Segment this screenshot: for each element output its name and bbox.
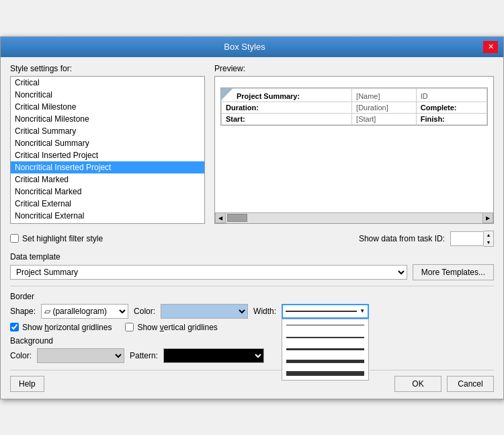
ok-cancel-group: OK Cancel: [394, 376, 494, 392]
shape-label: Shape:: [10, 307, 36, 316]
list-item[interactable]: Noncritical Marked: [11, 186, 204, 198]
preview-name-value: [Name]: [352, 88, 417, 102]
preview-id-label: ID: [416, 88, 487, 102]
scroll-right-btn[interactable]: ▶: [482, 212, 493, 223]
help-button[interactable]: Help: [10, 376, 44, 392]
width-label: Width:: [253, 307, 276, 316]
task-id-input[interactable]: [450, 231, 484, 246]
preview-project-summary-label: Project Summary:: [237, 92, 300, 100]
show-data-label: Show data from task ID:: [359, 234, 445, 243]
right-panel: Preview: Project Summary:: [214, 64, 494, 224]
spinner-down-btn[interactable]: ▼: [484, 239, 493, 246]
data-template-section: Data template Project Summary More Templ…: [10, 252, 494, 280]
list-item[interactable]: Critical Summary: [11, 125, 204, 137]
ok-button[interactable]: OK: [394, 376, 442, 392]
pattern-select[interactable]: [163, 348, 264, 363]
show-horizontal-row: Show horizontal gridlines: [10, 323, 112, 332]
preview-start-label: Start:: [222, 113, 352, 124]
data-template-row: Project Summary More Templates...: [10, 264, 494, 280]
scroll-thumb[interactable]: [227, 214, 247, 222]
box-styles-dialog: Box Styles ✕ Style settings for: Critica…: [0, 36, 504, 399]
dialog-body: Style settings for: Critical Noncritical…: [1, 57, 503, 399]
data-template-select[interactable]: Project Summary: [10, 265, 407, 280]
border-controls-row: Shape: ▱ (parallelogram) Color: Width: ▼: [10, 304, 494, 319]
width-option-4[interactable]: [282, 356, 368, 368]
background-section: Background Color: Pattern:: [10, 336, 494, 363]
list-item[interactable]: Noncritical Summary: [11, 137, 204, 149]
list-item[interactable]: Critical Inserted Project: [11, 149, 204, 161]
preview-start-value: [Start]: [352, 113, 417, 124]
left-panel: Style settings for: Critical Noncritical…: [10, 64, 205, 224]
highlight-filter-label: Set highlight filter style: [22, 234, 103, 243]
bg-color-label: Color:: [10, 351, 32, 360]
scroll-left-btn[interactable]: ◀: [215, 212, 226, 223]
style-list[interactable]: Critical Noncritical Critical Milestone …: [10, 76, 205, 224]
width-option-1[interactable]: [282, 319, 368, 331]
list-item[interactable]: Noncritical Milestone: [11, 113, 204, 125]
bg-color-select[interactable]: [37, 348, 124, 363]
show-vertical-label: Show vertical gridlines: [137, 323, 217, 332]
background-label: Background: [10, 336, 494, 346]
shape-select[interactable]: ▱ (parallelogram): [41, 304, 128, 319]
list-item[interactable]: Noncritical External: [11, 210, 204, 222]
data-template-label: Data template: [10, 252, 494, 262]
color-label: Color:: [134, 307, 155, 316]
highlight-filter-row: Set highlight filter style: [10, 234, 103, 243]
list-item[interactable]: Critical Marked: [11, 173, 204, 186]
border-section: Border Shape: ▱ (parallelogram) Color: W…: [10, 292, 494, 332]
width-line-thick: [286, 371, 364, 376]
show-horizontal-label: Show horizontal gridlines: [22, 323, 112, 332]
width-dropdown-btn[interactable]: ▼: [282, 304, 369, 319]
preview-label: Preview:: [214, 64, 494, 73]
list-item[interactable]: Noncritical: [11, 89, 204, 101]
separator-2: [10, 370, 494, 370]
highlight-filter-checkbox[interactable]: [10, 234, 19, 243]
list-item[interactable]: Critical Milestone: [11, 101, 204, 113]
width-line-medium: [286, 348, 364, 350]
filter-task-row: Set highlight filter style Show data fro…: [10, 231, 494, 247]
width-option-5[interactable]: [282, 368, 368, 380]
show-vertical-checkbox[interactable]: [125, 323, 134, 331]
show-vertical-row: Show vertical gridlines: [125, 323, 217, 332]
separator-1: [10, 286, 494, 286]
color-select[interactable]: [161, 304, 248, 319]
list-item-selected[interactable]: Noncritical Inserted Project: [11, 161, 204, 173]
dialog-title: Box Styles: [6, 42, 483, 52]
preview-finish-label: Finish:: [416, 113, 487, 124]
preview-scrollbar[interactable]: ◀ ▶: [215, 212, 493, 223]
width-option-2[interactable]: [282, 331, 368, 344]
cancel-button[interactable]: Cancel: [447, 376, 494, 392]
width-dropdown-container: ▼: [282, 304, 369, 319]
border-label: Border: [10, 292, 494, 301]
spinner-up-btn[interactable]: ▲: [484, 231, 493, 239]
preview-duration-label: Duration:: [222, 102, 352, 113]
width-line-medium-thick: [286, 360, 364, 363]
pattern-label: Pattern:: [130, 351, 158, 360]
title-bar: Box Styles ✕: [1, 37, 503, 57]
gridlines-row: Show horizontal gridlines Show vertical …: [10, 323, 494, 332]
list-item[interactable]: Critical External: [11, 198, 204, 210]
width-line-thin: [286, 325, 364, 325]
show-horizontal-checkbox[interactable]: [10, 323, 19, 331]
close-button[interactable]: ✕: [483, 41, 498, 53]
more-templates-button[interactable]: More Templates...: [413, 264, 494, 280]
width-line-medium-thin: [286, 337, 364, 338]
preview-box: Project Summary: [Name] ID Duration: [Du…: [214, 76, 494, 224]
background-controls-row: Color: Pattern:: [10, 348, 494, 363]
top-section: Style settings for: Critical Noncritical…: [10, 64, 494, 224]
width-option-3[interactable]: [282, 344, 368, 356]
list-item[interactable]: Critical: [11, 77, 204, 89]
style-settings-label: Style settings for:: [10, 64, 205, 73]
preview-duration-value: [Duration]: [352, 102, 417, 113]
preview-complete-label: Complete:: [416, 102, 487, 113]
chevron-down-icon: ▼: [360, 308, 365, 314]
bottom-buttons-row: Help OK Cancel: [10, 376, 494, 392]
preview-inner: Project Summary: [Name] ID Duration: [Du…: [215, 77, 493, 214]
spinner-buttons[interactable]: ▲ ▼: [484, 231, 494, 247]
width-line-preview: [286, 311, 357, 312]
width-dropdown-list: [282, 319, 369, 381]
list-item[interactable]: Project Summary: [11, 222, 204, 224]
task-id-spinner[interactable]: ▲ ▼: [450, 231, 494, 247]
